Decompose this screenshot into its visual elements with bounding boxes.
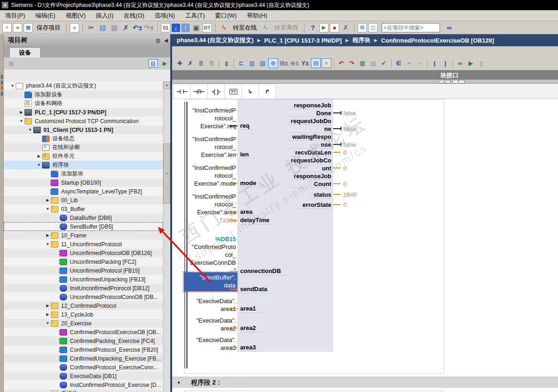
tree-item-1[interactable]: 添加新设备 [4,90,163,99]
insert-empty-box-icon[interactable]: ⊞± [279,58,289,68]
split-vertical-icon[interactable]: ◫ [368,23,378,32]
previous-error-icon[interactable]: ↶ [336,58,346,68]
tree-item-5[interactable]: ▼01_Client [CPU 1513-1 PN] [4,125,163,134]
start-cpu-icon[interactable]: ▶ [319,23,329,32]
open-parenthesis-icon[interactable]: ( [430,58,440,68]
tree-item-8[interactable]: ▶软件单元 [4,152,163,161]
menu-item-7[interactable]: 窗口(W) [210,11,242,21]
tree-item-21[interactable]: UnconfirmedProtocol [FB15] [4,266,163,275]
breadcrumb-segment-3[interactable]: ConfirmedProtocolExerciseOB [OB128] [381,37,494,44]
collapse-panel-icon[interactable]: ◀ [164,37,168,44]
tree-expand-arrow[interactable]: ▶ [44,304,51,308]
tree-item-0[interactable]: ▼phase3.44 (自定义协议报文) [4,81,163,90]
coil-button[interactable]: -( )- [208,84,225,99]
output-pin-recvDataLen[interactable]: recvDataLen [291,149,331,156]
operand-area3[interactable]: "ExeciseData".area3 [175,336,236,352]
input-pin-area[interactable]: area [240,208,259,216]
favorites-toggle-icon[interactable]: ★ [322,58,331,68]
tree-item-3[interactable]: ▶PLC_1 [CPU 1517-3 PN/DP] [4,108,163,117]
input-pin-connectionDB[interactable]: connectionDB [240,268,287,275]
input-pin-area3[interactable]: area3 [240,344,262,352]
update-block-calls-icon[interactable]: ▦ [358,58,367,68]
tree-item-23[interactable]: InstUnconfirmedProrocol [DB12] [4,284,163,292]
operand-delayTime[interactable]: T#30s [175,217,236,224]
tree-item-34[interactable]: InstConfirmedProtocol_Exercise [D... [4,380,163,389]
next-error-icon[interactable]: ↷ [347,58,357,68]
tree-item-33[interactable]: ExeciseData [DB1] [4,372,163,380]
input-pin-sendData[interactable]: sendData [240,286,274,293]
close-parenthesis-icon[interactable]: ) [440,58,450,68]
tree-item-28[interactable]: ConfirmedProtocolExerciseOB [OB... [4,328,163,336]
tree-item-26[interactable]: ▶13_CycleJob [4,310,163,319]
output-value-0[interactable]: false [343,109,356,117]
output-pin-requestJobCount[interactable]: requestJobCount [286,156,331,172]
tree-item-4[interactable]: ▼Customized Protocol TCP Communication [4,117,163,125]
tab-devices[interactable]: 设备 [9,47,41,57]
snapshot-play-icon[interactable]: ▶ [466,58,476,68]
empty-box-button[interactable]: ?? [225,84,242,99]
go-online-icon-icon[interactable]: ϟ [219,23,229,33]
refresh-calls-icon[interactable]: ▧ [368,58,378,68]
tree-item-6[interactable]: 设备组态 [4,134,163,143]
menu-item-3[interactable]: 插入(I) [91,11,118,21]
output-value-6[interactable]: 16#0 [343,191,357,199]
breadcrumb-segment-2[interactable]: 程序块 [353,36,371,44]
tree-item-12[interactable]: AsyncTemplate_LevelType [FB2] [4,187,163,196]
go-online-label[interactable]: 转至在线 [233,24,257,32]
tree-expand-arrow[interactable]: ▶ [36,154,42,158]
network-2-header[interactable]: ▼ 程序段 2 : ...... [172,377,558,388]
breadcrumb-segment-1[interactable]: PLC_1 [CPU 1517-3 PN/DP] [264,37,342,44]
open-branch-button[interactable]: ↳ [242,84,259,99]
tree-expand-arrow[interactable]: ▼ [44,207,51,211]
tree-item-16[interactable]: SendBuffer [DB5] [4,222,163,231]
cross-references-icon[interactable]: ✗ [341,23,351,33]
tree-item-11[interactable]: Startup [OB100] [4,178,163,187]
tree-item-7[interactable]: 在线和诊断 [4,143,163,152]
expand-statements-icon[interactable]: ⌐ [404,58,414,68]
operand-area[interactable]: "InstConfirmedProtocol_Exercise".area [175,193,236,216]
insert-branch-icon[interactable]: Y± [300,58,310,68]
copy-icon[interactable]: ▤ [98,23,108,33]
output-value-4[interactable]: 0 [343,164,347,172]
download-to-device-icon[interactable]: ↓ [172,24,180,32]
absolute-operands-icon[interactable]: ▥ [247,58,257,68]
split-horizontal-icon[interactable]: ⊟ [358,23,367,32]
go-offline-icon-icon[interactable]: ϟ [260,23,271,33]
tree-item-32[interactable]: ConfirmedProtocol_ExerciseConn... [4,363,163,372]
tree-item-9[interactable]: ▼程序块 [4,161,163,169]
menu-item-8[interactable]: 帮助(H) [242,11,273,21]
insert-network-icon[interactable]: ✚ [175,58,185,68]
undo-icon[interactable]: ↶± [132,23,143,33]
new-object-icon[interactable]: ▦ [7,60,15,67]
operand-area2[interactable]: "ExeciseData".area2 [175,317,236,332]
negate-input-icon[interactable]: ⊕± [290,58,299,68]
tree-expand-arrow[interactable]: ▶ [44,312,51,317]
tree-item-17[interactable]: ▶10_Frame [4,231,163,240]
delete-network-icon[interactable]: ✗ [186,58,195,68]
output-value-1[interactable]: false [343,125,356,133]
tree-expand-arrow[interactable]: ▼ [9,84,16,88]
block-interface-splitter[interactable]: ▲ ▼ [172,80,558,84]
network-overview-icon[interactable]: ▤ [258,58,267,68]
rt-simulation-icon[interactable]: RT [203,23,212,32]
output-pin-responseJobCount[interactable]: responseJobCount [289,172,331,188]
tree-item-27[interactable]: ▼20_Exercise [4,319,163,328]
network-collapse-arrow[interactable]: ▼ [177,380,181,385]
menu-item-1[interactable]: 编辑(E) [30,11,60,21]
compile-icon[interactable]: 01 [161,23,170,32]
cut-icon[interactable]: ✂ [86,23,96,33]
output-pin-errorState[interactable]: errorState [298,201,331,209]
tree-item-31[interactable]: ConfirmedUnpacking_Exercise [FB... [4,354,163,363]
find-in-project-icon[interactable]: ∞ [444,23,454,33]
close-branch-button[interactable]: ↱ [259,84,276,99]
stop-cpu-icon[interactable]: ■ [330,23,339,32]
output-pin-waitingResponse[interactable]: waitingResponse [287,133,331,149]
input-pin-len[interactable]: len [240,151,255,159]
print-icon[interactable]: ≡ [70,23,79,32]
symbolic-representation-icon[interactable]: ⊟ [311,58,321,68]
breadcrumb-segment-0[interactable]: phase3.44 (自定义协议报文) [177,36,254,44]
operand-connectionDB[interactable]: %DB15"ConfirmedProtocol_ExerciseConnDB" [175,235,236,274]
goto-related-icon[interactable]: ∈ [394,58,403,68]
tree-item-15[interactable]: DataBuffer [DB6] [4,213,163,222]
column-settings-icon[interactable]: ▥ [155,37,160,44]
